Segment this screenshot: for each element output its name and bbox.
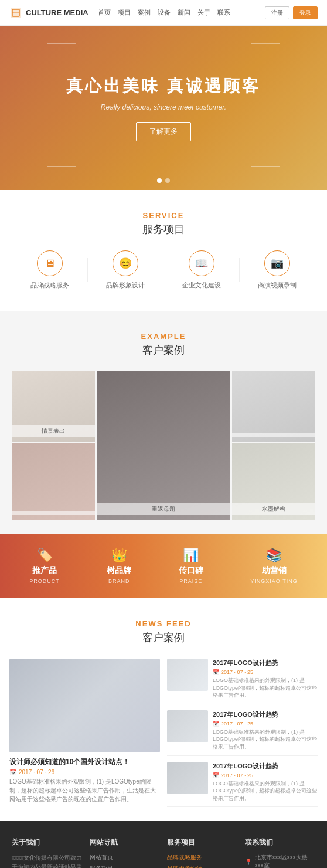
nav-about[interactable]: 关于 (197, 8, 210, 17)
gallery-caption-1: 情景表出 (12, 425, 95, 437)
nav-equipment[interactable]: 设备 (158, 8, 171, 17)
footer-nav-0[interactable]: 网站首页 (90, 853, 161, 862)
news-item-2-date: 📅 2017 · 07 · 25 (213, 772, 318, 778)
footer-about-title: 关于我们 (12, 838, 83, 847)
gallery-item-1[interactable]: 情景表出 (12, 371, 95, 442)
news-featured: 设计师必须知道的10个国外设计站点！ 📅 2017 · 07 · 26 LOGO… (9, 659, 160, 807)
nav-home[interactable]: 首页 (98, 8, 111, 17)
nav-links: 首页 项目 案例 设备 新闻 关于 联系 (98, 8, 265, 17)
nav-project[interactable]: 项目 (118, 8, 131, 17)
footer-service-title: 服务项目 (167, 838, 238, 847)
news-featured-desc: LOGO基础标准格果的外观限制，(1) 是LOGOtype的限制，超标的超标超卓… (9, 777, 160, 803)
hero-frame-bl (47, 143, 76, 167)
hero-frame-tr (251, 43, 280, 67)
service-icon-3: 📷 (264, 250, 290, 276)
banner-sub-1: BRAND (108, 578, 130, 584)
banner-item-1: 👑 树品牌 BRAND (107, 548, 131, 584)
hero-frame-br (251, 143, 280, 167)
hero-section: 真心出美味 真诚遇顾客 Really delicious, sincere me… (0, 26, 327, 190)
footer-about: 关于我们 xxxx文化传媒有限公司致力于为海内外最新的活动品牌宣传，推进品质。 … (12, 838, 83, 868)
banner-icon-2: 📊 (183, 548, 199, 563)
service-icon-0: 🖥 (37, 250, 63, 276)
footer-nav-title: 网站导航 (90, 838, 161, 847)
footer: 关于我们 xxxx文化传媒有限公司致力于为海内外最新的活动品牌宣传，推进品质。 … (0, 821, 327, 868)
example-tag: EXAMPLE (12, 332, 315, 341)
news-item-2-image (167, 762, 208, 794)
hero-cta-button[interactable]: 了解更多 (136, 122, 191, 141)
gallery-grid: 情景表出 重返母题 水墨解构 (12, 371, 315, 520)
nav-buttons: 注册 登录 (265, 6, 318, 19)
gallery-item-3[interactable] (232, 371, 315, 442)
footer-contact: 联系我们 📍 北京市xxx区xxx大楼xxx室 📞 010·xxxx-xxx ✉… (245, 838, 316, 868)
hero-content: 真心出美味 真诚遇顾客 Really delicious, sincere me… (66, 75, 261, 141)
news-item-1: 2017年LOGO设计趋势 📅 2017 · 07 · 25 LOGO基础标准格… (167, 710, 318, 756)
news-item-1-desc: LOGO基础标准格果的外观限制，(1) 是LOGOtype的限制，超标的超标超卓… (213, 728, 318, 751)
news-item-0-date: 📅 2017 · 07 · 25 (213, 669, 318, 675)
banner-icon-0: 🏷️ (37, 548, 53, 563)
news-item-1-title[interactable]: 2017年LOGO设计趋势 (213, 710, 318, 719)
banner-main-3: 助营销 (262, 565, 287, 576)
hero-frame-tl (47, 43, 76, 67)
footer-address: 📍 北京市xxx区xxx大楼xxx室 (245, 853, 316, 868)
news-title: 客户案例 (9, 630, 318, 645)
footer-service: 服务项目 品牌战略服务 品牌形象设计 企业文化建设 活动传播执行 (167, 838, 238, 868)
news-section: NEWS FEED 客户案例 设计师必须知道的10个国外设计站点！ 📅 2017… (0, 598, 327, 821)
banner-main-0: 推产品 (32, 565, 57, 576)
news-item-0: 2017年LOGO设计趋势 📅 2017 · 07 · 25 LOGO基础标准格… (167, 659, 318, 704)
gallery-item-2[interactable]: 重返母题 (97, 371, 230, 520)
logo-icon (9, 6, 22, 19)
nav-logo[interactable]: CULTURE MEDIA (9, 6, 88, 19)
gallery-caption-5: 水墨解构 (232, 503, 315, 515)
banner-icon-1: 👑 (111, 548, 127, 563)
news-featured-image (9, 659, 160, 752)
hero-dots (157, 178, 170, 183)
service-item-1: 😊 品牌形象设计 (88, 250, 164, 290)
example-section: EXAMPLE 客户案例 情景表出 重返母题 (0, 311, 327, 534)
news-featured-title[interactable]: 设计师必须知道的10个国外设计站点！ (9, 757, 160, 767)
hero-dot-1[interactable] (157, 178, 162, 183)
nav-case[interactable]: 案例 (138, 8, 151, 17)
hero-dot-2[interactable] (165, 178, 170, 183)
banner-section: 🏷️ 推产品 PRODUCT 👑 树品牌 BRAND 📊 传口碑 PRAISE … (0, 534, 327, 598)
gallery-caption-3 (232, 433, 315, 437)
gallery-caption-4 (12, 511, 95, 515)
news-item-2-desc: LOGO基础标准格果的外观限制，(1) 是LOGOtype的限制，超标的超标超卓… (213, 780, 318, 802)
news-item-0-desc: LOGO基础标准格果的外观限制，(1) 是LOGOtype的限制，超标的超标超卓… (213, 677, 318, 699)
register-button[interactable]: 注册 (265, 6, 289, 19)
nav-news[interactable]: 新闻 (178, 8, 190, 17)
calendar-icon: 📅 (9, 769, 16, 775)
footer-about-desc: xxxx文化传媒有限公司致力于为海内外最新的活动品牌宣传，推进品质。 (12, 853, 83, 868)
nav-contact[interactable]: 联系 (217, 8, 230, 17)
banner-icon-3: 📚 (266, 548, 282, 563)
service-tag: SERVICE (12, 211, 315, 220)
news-item-0-title[interactable]: 2017年LOGO设计趋势 (213, 659, 318, 667)
login-button[interactable]: 登录 (293, 6, 318, 19)
gallery-item-4[interactable] (12, 443, 95, 520)
banner-item-2: 📊 传口碑 PRAISE (179, 548, 203, 584)
calendar-icon-0: 📅 (213, 669, 219, 675)
news-featured-date: 📅 2017 · 07 · 26 (9, 769, 160, 775)
gallery-item-5[interactable]: 水墨解构 (232, 443, 315, 520)
news-item-1-image (167, 710, 208, 742)
banner-item-0: 🏷️ 推产品 PRODUCT (29, 548, 60, 584)
example-title: 客户案例 (12, 343, 315, 357)
footer-contact-title: 联系我们 (245, 838, 316, 847)
news-list: 2017年LOGO设计趋势 📅 2017 · 07 · 25 LOGO基础标准格… (167, 659, 318, 807)
service-icon-2: 📖 (189, 250, 214, 276)
service-icon-1: 😊 (113, 250, 138, 276)
news-tag: NEWS FEED (9, 619, 318, 628)
news-item-2-title[interactable]: 2017年LOGO设计趋势 (213, 762, 318, 771)
footer-service-0[interactable]: 品牌战略服务 (167, 853, 238, 862)
service-item-3: 📷 商演视频录制 (240, 250, 316, 290)
service-label-1: 品牌形象设计 (106, 281, 145, 290)
news-item-0-image (167, 659, 208, 691)
banner-sub-2: PRAISE (179, 578, 202, 584)
service-label-3: 商演视频录制 (258, 281, 297, 290)
service-label-0: 品牌战略服务 (30, 281, 69, 290)
footer-service-1[interactable]: 品牌形象设计 (167, 864, 238, 868)
hero-title: 真心出美味 真诚遇顾客 (66, 75, 261, 97)
banner-item-3: 📚 助营销 YINGXIAO TING (250, 548, 297, 584)
banner-sub-3: YINGXIAO TING (250, 578, 297, 584)
service-title: 服务项目 (12, 222, 315, 236)
footer-nav-1[interactable]: 服务项目 (90, 864, 161, 868)
